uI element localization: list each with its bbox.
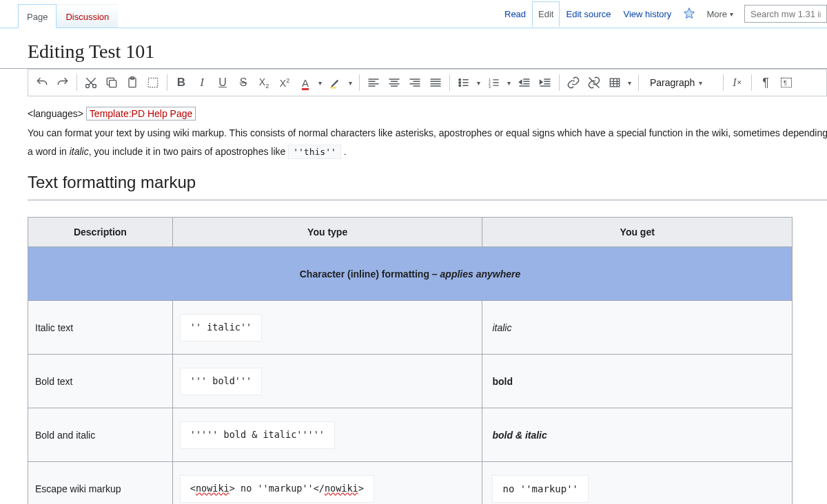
result-text: no ''markup'' [492,475,589,503]
svg-text:¶: ¶ [784,79,787,86]
left-tab-group: Page Discussion [18,0,118,28]
intro-text: You can format your text by using wiki m… [28,127,827,138]
template-link[interactable]: Template:PD Help Page [86,107,196,120]
intro-pre: a word in [28,146,70,157]
indent-button[interactable] [535,72,555,93]
table-row: Escape wiki markup <nowiki> no ''markup'… [28,462,793,504]
bullet-list-group: ▾ [454,72,483,93]
cell-get: no ''markup'' [482,462,793,504]
cell-desc: Bold and italic [28,408,173,462]
table-row: Italic text '' italic'' italic [28,301,793,355]
svg-point-0 [86,85,90,88]
table-row: Bold text ''' bold''' bold [28,355,793,408]
table-dropdown[interactable]: ▾ [624,72,634,93]
align-justify-button[interactable] [426,72,445,93]
intro-paragraph-2: a word in italic, you include it in two … [28,144,827,160]
chevron-down-icon: ▾ [699,79,702,87]
bullet-list-button[interactable] [454,72,473,93]
italic-button[interactable]: I [192,72,212,93]
svg-point-8 [459,82,461,84]
outdent-button[interactable] [515,72,534,93]
separator [167,74,167,91]
formatting-table: Description You type You get Character (… [28,217,793,504]
result-text: bold [492,376,513,387]
clear-format-button[interactable]: I✕ [728,72,747,93]
highlight-dropdown[interactable]: ▾ [345,72,355,93]
table-header-row: Description You type You get [28,217,793,246]
cell-get: italic [482,301,793,355]
more-label: More [706,9,727,19]
svg-point-9 [459,85,461,87]
table-row: Bold and italic ''''' bold & italic'''''… [28,408,793,462]
tab-view-history[interactable]: View history [617,1,678,26]
svg-point-7 [459,79,461,81]
superscript-button[interactable]: X2 [275,72,294,93]
svg-rect-13 [610,78,619,87]
cell-type: ''' bold''' [172,355,482,408]
col-you-get: You get [482,217,793,246]
table-group: ▾ [605,72,634,93]
separator [751,74,752,91]
redo-button[interactable] [53,72,72,93]
cell-type: '' italic'' [172,301,482,355]
top-tab-bar: Page Discussion Read Edit Edit source Vi… [0,0,827,28]
section1-em: applies anywhere [440,269,521,280]
tab-edit[interactable]: Edit [532,1,560,27]
cell-desc: Escape wiki markup [28,462,173,504]
cut-button[interactable] [81,72,101,93]
tab-discussion[interactable]: Discussion [57,4,118,28]
section-heading-text-formatting: Text formatting markup [28,169,827,200]
numbered-list-dropdown[interactable]: ▾ [504,72,513,93]
svg-rect-2 [110,81,116,87]
bold-button[interactable]: B [172,72,191,93]
more-dropdown[interactable]: More ▾ [701,9,739,19]
undo-button[interactable] [32,72,52,93]
align-center-button[interactable] [385,72,404,93]
svg-rect-6 [331,87,336,89]
languages-tag: <languages> [28,108,83,119]
tab-edit-source[interactable]: Edit source [560,1,617,26]
pilcrow-button[interactable]: ¶ [756,72,775,93]
tab-page[interactable]: Page [18,4,57,28]
unlink-button[interactable] [584,72,604,93]
chevron-down-icon: ▾ [730,10,733,18]
search-input[interactable] [744,5,827,23]
separator [559,74,560,91]
link-button[interactable] [564,72,583,93]
separator [723,74,724,91]
section1-text: Character (inline) formatting – [300,269,440,280]
cell-desc: Italic text [28,301,173,355]
numbered-list-button[interactable]: 123 [484,72,504,93]
cell-type: <nowiki> no ''markup''</nowiki> [172,462,482,504]
separator [638,74,639,91]
cell-type: ''''' bold & italic''''' [172,408,482,462]
highlight-button[interactable] [326,72,345,93]
col-you-type: You type [172,217,482,246]
bullet-list-dropdown[interactable]: ▾ [473,72,483,93]
paste-button[interactable] [123,72,142,93]
align-right-button[interactable] [405,72,425,93]
copy-button[interactable] [102,72,121,93]
code-sample: <nowiki> no ''markup''</nowiki> [180,475,374,503]
page-title: Editing Test 101 [0,28,827,69]
code-sample: ''''' bold & italic''''' [180,421,335,449]
result-text: italic [492,322,511,333]
text-color-dropdown[interactable]: ▾ [315,72,325,93]
col-description: Description [28,217,173,246]
show-blocks-button[interactable]: ¶ [777,72,796,93]
insert-table-button[interactable] [605,72,624,93]
subscript-button[interactable]: X2 [254,72,274,93]
align-left-button[interactable] [364,72,383,93]
intro-italic-word: italic [70,146,89,157]
strikethrough-button[interactable]: S [234,72,253,93]
underline-button[interactable]: U [213,72,232,93]
numbered-list-group: 123 ▾ [484,72,513,93]
tab-read[interactable]: Read [498,1,532,26]
block-format-dropdown[interactable]: Paragraph ▾ [643,77,719,88]
result-text: bold & italic [492,430,547,441]
text-color-button[interactable]: A [296,72,315,93]
cell-get: bold [482,355,793,408]
watch-star-icon[interactable] [677,7,701,21]
select-all-button[interactable] [143,72,163,93]
editor-content[interactable]: <languages> Template:PD Help Page You ca… [0,96,827,504]
